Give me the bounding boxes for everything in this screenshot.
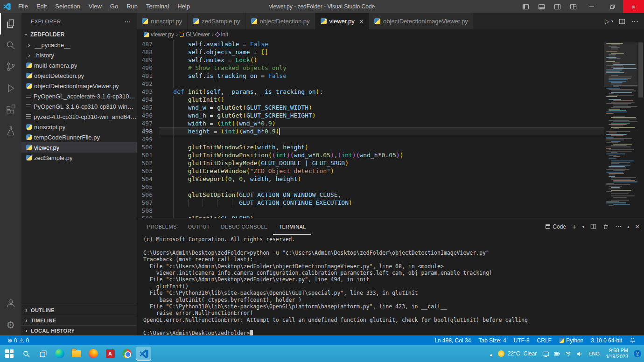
line-number[interactable]: 499: [137, 135, 159, 143]
close-panel-icon[interactable]: ×: [636, 223, 639, 230]
code-line[interactable]: 502 glutInitDisplayMode(GLUT_DOUBLE | GL…: [137, 159, 604, 167]
problems-status[interactable]: ⊗ 0 ⚠ 0: [4, 335, 33, 345]
encoding-status[interactable]: UTF-8: [510, 335, 533, 345]
folder-root[interactable]: › ZEDFOLDER: [21, 29, 137, 40]
breadcrumb-item-init[interactable]: init: [216, 31, 228, 38]
code-line[interactable]: 493 def init(self, _params, _is_tracking…: [137, 88, 604, 96]
file-row[interactable]: ›.history: [21, 50, 137, 60]
code-line[interactable]: 488 self.objects_name = []: [137, 48, 604, 56]
toggle-sidebar-icon[interactable]: [518, 0, 533, 13]
tab-objectDetection.py[interactable]: objectDetection.py: [246, 13, 315, 29]
code-line[interactable]: 496 wnd_h = glutGet(GLUT_SCREEN_HEIGHT): [137, 111, 604, 119]
line-number[interactable]: 506: [137, 191, 159, 199]
file-row[interactable]: objectDetectionImageViewer.py: [21, 81, 137, 91]
input-language[interactable]: ENG: [588, 351, 600, 356]
line-number[interactable]: 507: [137, 199, 159, 207]
search-icon[interactable]: [0, 35, 21, 56]
file-row[interactable]: pyzed-4.0-cp310-cp310-win_amd64.whl: [21, 111, 137, 122]
file-row[interactable]: PyOpenGL-3.1.6-cp310-cp310-win_amd...: [21, 101, 137, 111]
cursor-position[interactable]: Ln 498, Col 34: [431, 335, 475, 345]
file-row[interactable]: objectDetection.py: [21, 70, 137, 81]
line-number[interactable]: 496: [137, 111, 159, 119]
testing-icon[interactable]: [0, 120, 21, 142]
code-line[interactable]: 495 wnd_w = glutGet(GLUT_SCREEN_WIDTH): [137, 104, 604, 111]
accounts-icon[interactable]: [0, 292, 21, 314]
code-line[interactable]: 498 height = (int)(wnd_h*0.9): [137, 127, 604, 135]
explorer-more-actions-icon[interactable]: ⋯: [124, 18, 131, 25]
line-number[interactable]: 490: [137, 64, 159, 72]
file-row[interactable]: tempCodeRunnerFile.py: [21, 132, 137, 142]
vscode-taskbar-icon[interactable]: [136, 347, 151, 361]
language-mode[interactable]: Python: [555, 335, 587, 345]
run-python-file-icon[interactable]: ▷: [605, 18, 609, 25]
maximize-panel-icon[interactable]: ▴: [627, 224, 630, 229]
line-number[interactable]: 488: [137, 48, 159, 56]
tab-zedSample.py[interactable]: zedSample.py: [188, 13, 245, 29]
code-lines[interactable]: 487 self.available = False488 self.objec…: [137, 40, 604, 218]
line-number[interactable]: 508: [137, 207, 159, 215]
tab-objectDetectionImageViewer.py[interactable]: objectDetectionImageViewer.py: [369, 13, 474, 29]
menu-item-selection[interactable]: Selection: [51, 0, 84, 13]
breadcrumb-item-glviewer[interactable]: GLViewer: [180, 31, 210, 38]
code-line[interactable]: 490 # Show tracked objects only: [137, 64, 604, 72]
line-number[interactable]: 504: [137, 175, 159, 183]
line-number[interactable]: 498: [137, 127, 159, 135]
extensions-icon[interactable]: [0, 99, 21, 120]
minimap[interactable]: [604, 40, 637, 218]
minimize-button[interactable]: [581, 0, 602, 13]
panel-tab-debug-console[interactable]: DEBUG CONSOLE: [216, 218, 273, 235]
breadcrumb-item-viewer.py[interactable]: viewer.py: [144, 31, 174, 38]
run-and-debug-icon[interactable]: [0, 77, 21, 99]
toggle-panel-icon[interactable]: [533, 0, 549, 13]
line-number[interactable]: 500: [137, 143, 159, 151]
explorer-icon[interactable]: [0, 13, 21, 35]
adobe-acrobat-icon[interactable]: A: [103, 347, 118, 361]
kill-terminal-icon[interactable]: [602, 223, 609, 230]
settings-gear-icon[interactable]: ⚙: [0, 314, 21, 335]
sidebar-section-timeline[interactable]: ›TIMELINE: [21, 315, 137, 325]
line-number[interactable]: 502: [137, 159, 159, 167]
panel-more-actions-icon[interactable]: ⋯: [615, 223, 621, 230]
indentation-status[interactable]: Tab Size: 4: [475, 335, 510, 345]
line-number[interactable]: 487: [137, 40, 159, 48]
python-interpreter[interactable]: 3.10.0 64-bit: [587, 335, 626, 345]
sidebar-section-local-history[interactable]: ›LOCAL HISTORY: [21, 325, 137, 335]
line-number[interactable]: 497: [137, 119, 159, 127]
terminal-output[interactable]: (c) Microsoft Corporation. All rights re…: [137, 235, 644, 335]
source-control-icon[interactable]: [0, 56, 21, 77]
code-line[interactable]: 494 glutInit(): [137, 96, 604, 104]
code-line[interactable]: 500 glutInitWindowSize(width, height): [137, 143, 604, 151]
taskbar-search-icon[interactable]: [19, 347, 34, 361]
editor-more-actions-icon[interactable]: ⋯: [631, 17, 638, 26]
tab-runscript.py[interactable]: runscript.py: [137, 13, 188, 29]
split-editor-icon[interactable]: [619, 18, 625, 25]
sidebar-section-outline[interactable]: ›OUTLINE: [21, 305, 137, 315]
code-line[interactable]: 506 glutSetOption(GLUT_ACTION_ON_WINDOW_…: [137, 191, 604, 199]
edge-icon[interactable]: [52, 347, 67, 361]
panel-tab-terminal[interactable]: TERMINAL: [273, 218, 311, 235]
task-view-icon[interactable]: [35, 347, 50, 361]
line-number[interactable]: 494: [137, 96, 159, 104]
code-line[interactable]: 508: [137, 207, 604, 215]
firefox-icon[interactable]: [86, 347, 101, 361]
close-button[interactable]: ×: [623, 0, 644, 13]
toggle-secondary-sidebar-icon[interactable]: [549, 0, 565, 13]
menu-item-go[interactable]: Go: [106, 0, 122, 13]
tab-viewer.py[interactable]: viewer.py×: [315, 13, 369, 29]
file-row[interactable]: ›__pycache__: [21, 40, 137, 50]
line-number[interactable]: 492: [137, 80, 159, 88]
code-line[interactable]: 509 glEnable(GL_BLEND): [137, 215, 604, 218]
code-line[interactable]: 497 width = (int)(wnd_w*0.9): [137, 119, 604, 127]
code-line[interactable]: 499: [137, 135, 604, 143]
weather-widget[interactable]: 22°C Clear: [498, 350, 537, 357]
code-line[interactable]: 492: [137, 80, 604, 88]
chrome-icon[interactable]: [119, 347, 134, 361]
file-row[interactable]: multi-camera.py: [21, 60, 137, 70]
menu-item-file[interactable]: File: [14, 0, 32, 13]
menu-item-edit[interactable]: Edit: [32, 0, 51, 13]
code-line[interactable]: 505: [137, 183, 604, 191]
file-explorer-icon[interactable]: [69, 347, 84, 361]
menu-item-run[interactable]: Run: [122, 0, 142, 13]
code-line[interactable]: 504 glViewport(0, 0, width, height): [137, 175, 604, 183]
run-dropdown-icon[interactable]: ▾: [611, 19, 613, 23]
